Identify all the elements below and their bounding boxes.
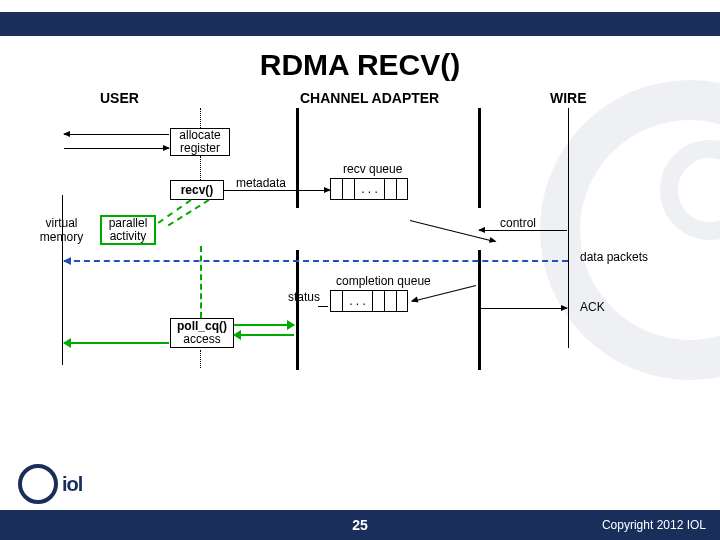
user-dotted-top <box>200 108 201 128</box>
user-dotted-bottom <box>200 350 201 368</box>
sequence-diagram: USER CHANNEL ADAPTER WIRE allocate regis… <box>40 90 680 370</box>
page-number: 25 <box>352 517 368 533</box>
poll-access-box: poll_cq() access <box>170 318 234 348</box>
metadata-arrow <box>224 190 330 191</box>
lane-adapter: CHANNEL ADAPTER <box>300 90 439 106</box>
metadata-label: metadata <box>236 176 286 190</box>
lane-user: USER <box>100 90 139 106</box>
poll-arrow-left <box>234 334 294 336</box>
slide-title: RDMA RECV() <box>0 48 720 82</box>
iol-logo: iol <box>18 464 82 504</box>
footer-bar: 25 Copyright 2012 IOL <box>0 510 720 540</box>
logo-text: iol <box>62 473 82 496</box>
allocate-arrow-left <box>64 134 169 135</box>
adapter-left-line <box>296 108 299 208</box>
data-packets-label: data packets <box>580 250 648 264</box>
allocate-register-box: allocate register <box>170 128 230 156</box>
lane-wire: WIRE <box>550 90 587 106</box>
activity-down-dash <box>200 246 202 318</box>
register-label: register <box>180 142 220 155</box>
data-packets-line <box>64 260 568 262</box>
status-label: status <box>288 290 320 304</box>
user-dotted-mid <box>200 156 201 180</box>
completion-queue-label: completion queue <box>336 274 431 288</box>
recv-label: recv() <box>181 183 214 197</box>
status-connector <box>318 306 328 307</box>
completion-queue: . . . <box>330 290 408 312</box>
logo-circle-icon <box>18 464 58 504</box>
wire-lifeline <box>568 108 569 348</box>
access-label: access <box>183 333 220 346</box>
virtual-memory-label: virtual memory <box>34 216 89 244</box>
recv-queue-label: recv queue <box>343 162 402 176</box>
adapter-left-line2 <box>296 250 299 370</box>
top-accent-bar <box>0 12 720 36</box>
poll-arrow-right <box>234 324 294 326</box>
adapter-right-line <box>478 108 481 208</box>
completion-queue-dots: . . . <box>342 290 372 312</box>
copyright-text: Copyright 2012 IOL <box>602 518 706 532</box>
recv-queue-dots: . . . <box>354 178 384 200</box>
recv-queue: . . . <box>330 178 408 200</box>
register-arrow-right <box>64 148 169 149</box>
control-label: control <box>500 216 536 230</box>
recv-box: recv() <box>170 180 224 200</box>
ack-arrow <box>479 308 567 309</box>
access-arrow <box>64 342 169 344</box>
control-arrow <box>479 230 567 231</box>
adapter-right-line2 <box>478 250 481 370</box>
ack-label: ACK <box>580 300 605 314</box>
parallel-activity-box: parallel activity <box>100 215 156 245</box>
